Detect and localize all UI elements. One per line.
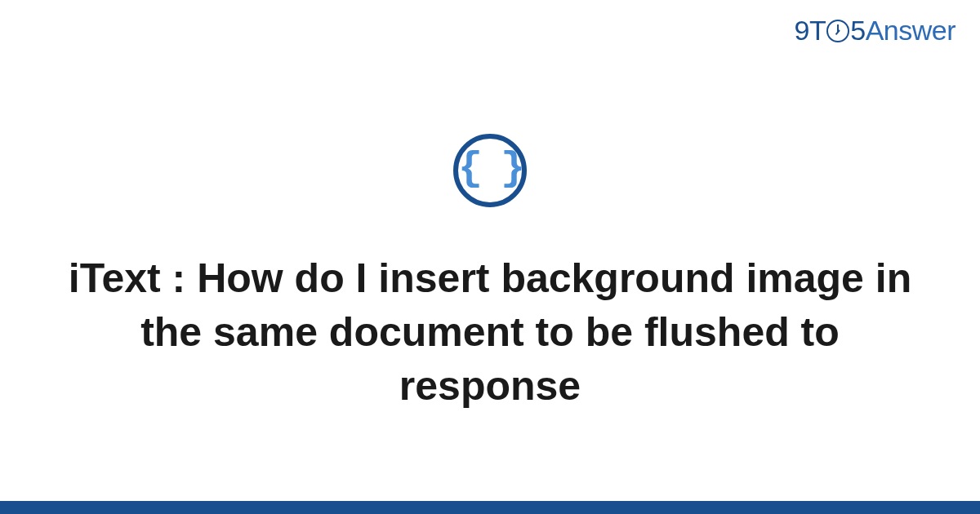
main-content: { } iText : How do I insert background i…	[0, 0, 980, 514]
page-title: iText : How do I insert background image…	[57, 251, 923, 413]
footer-bar	[0, 501, 980, 514]
braces-icon: { }	[458, 148, 522, 189]
category-icon-circle: { }	[453, 134, 527, 207]
